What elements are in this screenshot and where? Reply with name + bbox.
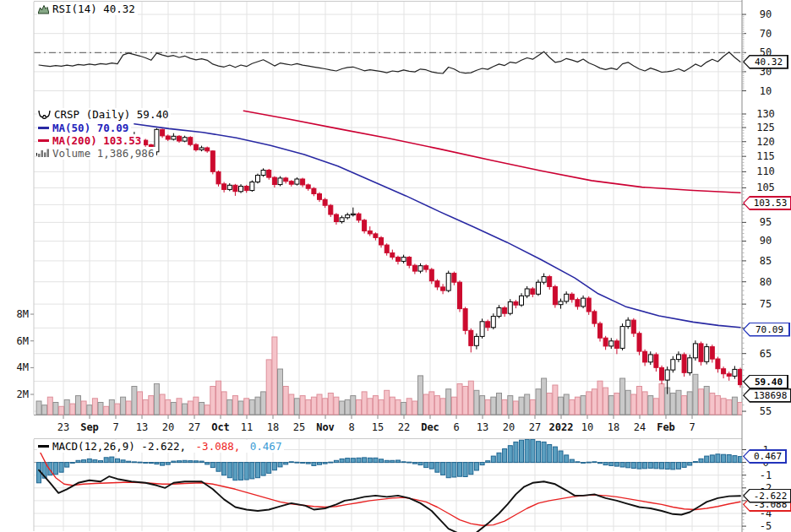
macd-legend-signal: -3.088, (196, 440, 247, 453)
macd-legend-hist: 0.467 (250, 440, 282, 453)
ma50-legend-label: MA(50) 70.09 (52, 122, 128, 134)
ma200-line-icon (38, 139, 49, 142)
rsi-legend-label: RSI(14) 40.32 (52, 3, 135, 15)
ma50-line-icon (38, 127, 49, 129)
bull-logo-icon (38, 110, 51, 119)
macd-hist-tag: 0.467 (743, 449, 787, 464)
rsi-legend: RSI(14) 40.32 (37, 3, 138, 15)
last-price-tag: 59.40 (743, 375, 788, 389)
macd-line-icon (38, 445, 49, 448)
macd-legend-main: MACD(12,26,9) -2.622, (52, 440, 193, 453)
ma200-legend: MA(200) 103.53 (37, 134, 144, 147)
symbol-legend-label: CRSP (Daily) 59.40 (54, 108, 168, 121)
ma200-legend-label: MA(200) 103.53 (52, 134, 141, 147)
ma200-value-tag: 103.53 (743, 196, 791, 210)
ma50-value-tag: 70.09 (743, 323, 790, 337)
rsi-value-tag: 40.32 (743, 55, 788, 69)
macd-legend: MACD(12,26,9) -2.622, -3.088, 0.467 (37, 440, 284, 453)
indicator-mountain-icon (38, 4, 49, 14)
symbol-legend: CRSP (Daily) 59.40 (37, 108, 171, 121)
volume-legend: Volume 1,386,986 (37, 147, 156, 160)
ma50-legend: MA(50) 70.09 (37, 122, 131, 134)
volume-legend-label: Volume 1,386,986 (52, 147, 154, 160)
volume-value-tag: 138698 (743, 388, 791, 403)
volume-bars-icon (38, 149, 49, 157)
macd-value-tag: -2.622 (743, 489, 791, 503)
stock-chart-page: 9070503010130125120115110105100959085807… (0, 0, 791, 532)
